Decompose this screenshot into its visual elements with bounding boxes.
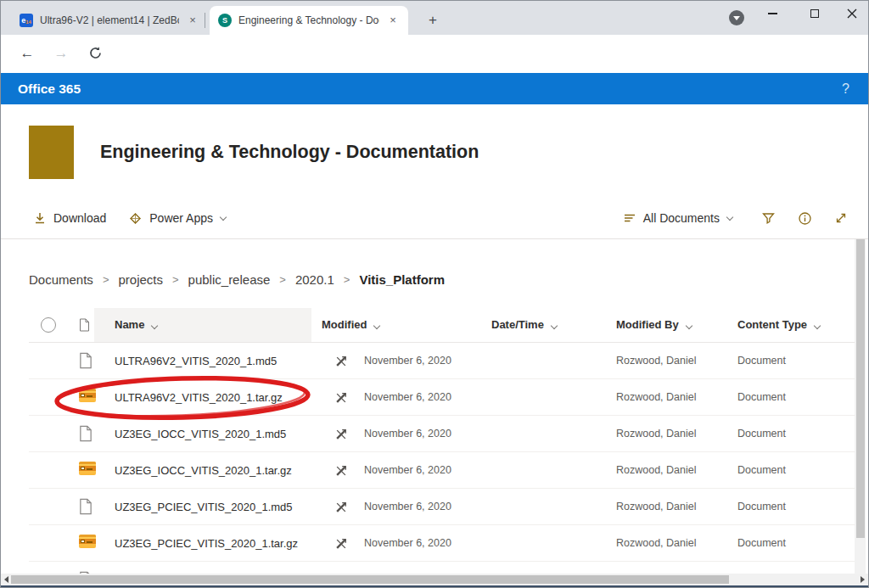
maximize-button[interactable] [797, 1, 833, 26]
file-name-link[interactable]: UZ3EG_PCIEC_VITIS_2020_1.tar.gz [115, 525, 298, 562]
breadcrumb-projects[interactable]: projects [118, 272, 163, 287]
forward-button[interactable]: → [48, 41, 74, 66]
reload-icon [88, 46, 103, 60]
table-header-row: Name Modified Date/Time Modified By Cont… [29, 308, 856, 343]
reload-button[interactable] [82, 41, 108, 66]
close-icon [847, 8, 857, 19]
chevron-down-icon [814, 322, 821, 329]
breadcrumb-documents[interactable]: Documents [29, 272, 93, 287]
content-type: Document [737, 489, 786, 525]
modified-by: Rozwood, Daniel [616, 562, 697, 574]
sharing-status-icon[interactable] [335, 501, 347, 513]
modified-by[interactable]: Rozwood, Daniel [616, 489, 697, 525]
fullscreen-button[interactable] [834, 198, 848, 238]
command-bar: Download Power Apps All Documents [1, 198, 868, 239]
scroll-left-arrow-icon[interactable] [4, 576, 8, 583]
modified-by[interactable]: Rozwood, Daniel [616, 416, 697, 452]
table-row[interactable]: UZ3EG_IOCC_VITIS_2020_1.md5 November 6, … [29, 416, 856, 452]
breadcrumb-2020-1[interactable]: 2020.1 [295, 272, 334, 287]
file-name-link[interactable]: UZ3EG_IOCC_VITIS_2020_1.md5 [115, 416, 286, 452]
site-title: Engineering & Technology - Documentation [100, 126, 479, 179]
modified-by[interactable]: Rozwood, Daniel [616, 379, 697, 416]
modified-by[interactable]: Rozwood, Daniel [616, 525, 697, 562]
column-header-modified[interactable]: Modified [322, 308, 379, 342]
breadcrumb-public-release[interactable]: public_release [188, 272, 271, 287]
download-icon [33, 211, 47, 225]
power-apps-label: Power Apps [149, 211, 213, 225]
close-window-button[interactable] [834, 1, 869, 26]
scroll-right-arrow-icon[interactable] [861, 576, 865, 583]
tab-close-icon[interactable]: × [186, 14, 199, 27]
site-logo[interactable] [29, 126, 74, 179]
content-type: Document [737, 525, 786, 562]
breadcrumb-separator: > [172, 273, 179, 286]
table-row[interactable]: UZ3EG_IOCC_VITIS_2020_1.tar.gz November … [29, 452, 856, 489]
info-button[interactable] [798, 198, 812, 238]
site-header: Engineering & Technology - Documentation [1, 104, 868, 198]
horizontal-scrollbar [1, 574, 868, 585]
file-name-link[interactable]: ULTRA96V2_VITIS_2020_1.md5 [115, 343, 277, 379]
select-all-toggle[interactable] [41, 317, 56, 333]
modified-date: November 6, 2020 [364, 343, 451, 379]
browser-window: e14 Ultra96-V2 | element14 | ZedBoa × S … [0, 0, 869, 588]
download-button[interactable]: Download [33, 198, 106, 238]
view-selector-button[interactable]: All Documents [623, 198, 732, 238]
tab-sharepoint-active[interactable]: S Engineering & Technology - Doc × [210, 6, 408, 35]
vertical-scrollbar-thumb[interactable] [856, 239, 865, 538]
file-icon [79, 498, 93, 515]
horizontal-scrollbar-thumb[interactable] [11, 575, 729, 584]
sharing-status-icon[interactable] [335, 428, 347, 440]
search-tabs-button[interactable] [729, 10, 744, 25]
file-icon [79, 352, 93, 369]
content-type: Document [737, 379, 786, 416]
tab-close-icon[interactable]: × [386, 14, 400, 27]
office365-suite-bar: Office 365 ? [1, 73, 868, 104]
column-header-modified-by[interactable]: Modified By [616, 308, 692, 342]
power-apps-button[interactable]: Power Apps [128, 198, 226, 238]
help-button[interactable]: ? [842, 73, 849, 104]
tab-element14[interactable]: e14 Ultra96-V2 | element14 | ZedBoa × [11, 6, 208, 35]
modified-by[interactable]: Rozwood, Daniel [616, 343, 697, 379]
breadcrumb-separator: > [279, 273, 286, 286]
file-name-link[interactable]: UZ3EG_IOCC_VITIS_2020_1.tar.gz [115, 452, 292, 489]
tab-separator [205, 13, 205, 28]
column-header-label: Modified By [616, 318, 679, 331]
back-button[interactable]: ← [14, 41, 40, 66]
power-apps-icon [128, 211, 143, 226]
table-row[interactable]: UZ3EG_PCIEC_VITIS_2020_1.md5 November 6,… [29, 489, 856, 525]
chevron-down-icon [685, 322, 692, 329]
column-header-label: Modified [322, 318, 367, 331]
column-header-datetime[interactable]: Date/Time [491, 308, 557, 342]
archive-file-icon [79, 462, 96, 475]
table-row-circled[interactable]: ULTRA96V2_VITIS_2020_1.tar.gz November 6… [29, 379, 856, 416]
info-icon [798, 211, 812, 226]
filter-button[interactable] [761, 198, 776, 238]
breadcrumb: Documents > projects > public_release > … [29, 265, 445, 294]
column-header-name[interactable]: Name [115, 308, 157, 342]
table-row[interactable]: ULTRA96V2_VITIS_2020_1.md5 November 6, 2… [29, 343, 856, 379]
download-label: Download [53, 211, 106, 225]
partial-row-clip: November 6, 2020 Rozwood, Daniel Documen… [1, 562, 856, 574]
file-type-column-icon[interactable] [79, 318, 90, 332]
table-row-partial[interactable]: November 6, 2020 Rozwood, Daniel Documen… [29, 562, 856, 574]
sharing-status-icon[interactable] [335, 465, 347, 477]
modified-date: November 6, 2020 [364, 525, 451, 562]
column-header-label: Name [115, 318, 144, 331]
column-header-content-type[interactable]: Content Type [737, 308, 820, 342]
tab-title: Ultra96-V2 | element14 | ZedBoa [40, 14, 179, 26]
sharing-status-icon[interactable] [335, 538, 347, 550]
file-name-link[interactable]: UZ3EG_PCIEC_VITIS_2020_1.md5 [115, 489, 293, 525]
office365-brand[interactable]: Office 365 [18, 73, 81, 104]
file-name-link[interactable]: ULTRA96V2_VITIS_2020_1.tar.gz [115, 379, 283, 416]
content-type: Document [737, 452, 786, 489]
sharing-status-icon[interactable] [335, 356, 347, 367]
chevron-down-icon [220, 213, 227, 220]
modified-by[interactable]: Rozwood, Daniel [616, 452, 697, 489]
column-header-label: Content Type [737, 318, 807, 331]
sharing-status-icon[interactable] [335, 392, 347, 404]
new-tab-button[interactable]: + [422, 9, 444, 31]
sharepoint-favicon-icon: S [218, 14, 232, 27]
table-row[interactable]: UZ3EG_PCIEC_VITIS_2020_1.tar.gz November… [29, 525, 856, 562]
chevron-down-icon [551, 322, 558, 329]
minimize-button[interactable] [754, 1, 790, 26]
